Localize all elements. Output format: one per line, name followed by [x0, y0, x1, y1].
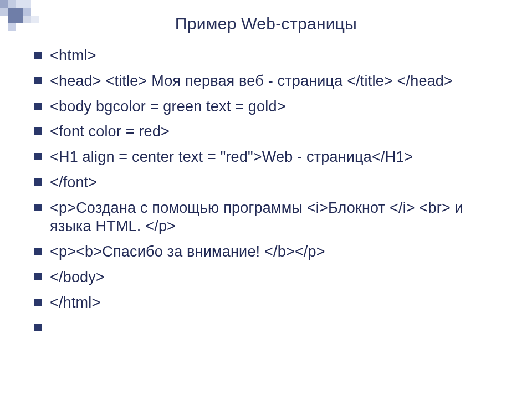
- code-list: <html> <head> <title> Моя первая веб - с…: [27, 43, 505, 332]
- list-item: <font color = red>: [34, 119, 505, 145]
- list-item: <head> <title> Моя первая веб - страница…: [34, 69, 505, 94]
- list-item: <H1 align = center text = "red">Web - ст…: [34, 145, 505, 170]
- slide: Пример Web-страницы <html> <head> <title…: [0, 0, 532, 399]
- list-item: [34, 315, 505, 332]
- list-item: <p><b>Спасибо за внимание! </b></p>: [34, 239, 505, 265]
- list-item: </html>: [34, 290, 505, 316]
- list-item: </body>: [34, 265, 505, 290]
- list-item: <html>: [34, 43, 505, 69]
- list-item: </font>: [34, 170, 505, 196]
- list-item: <body bgcolor = green text = gold>: [34, 94, 505, 120]
- slide-title: Пример Web-страницы: [27, 14, 505, 33]
- list-item: <p>Создана с помощью программы <i>Блокно…: [34, 196, 505, 240]
